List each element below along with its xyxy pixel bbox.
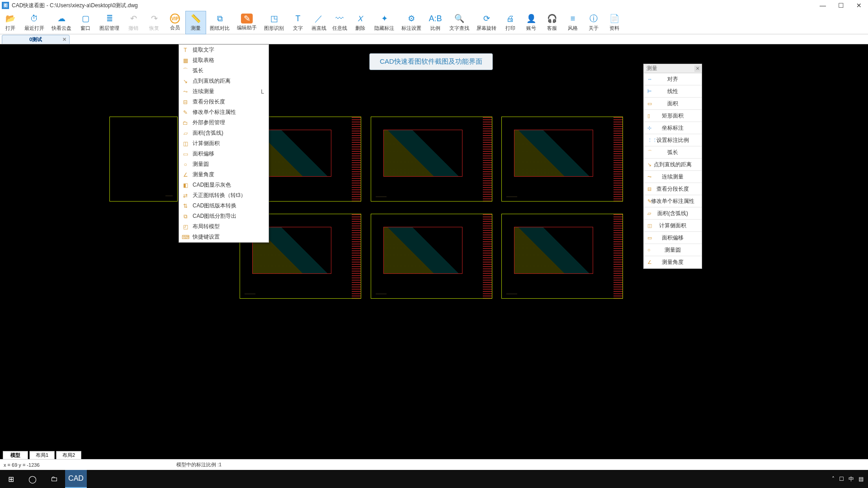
- toolbar-redo-button[interactable]: ↷恢复: [144, 11, 165, 34]
- menu-item[interactable]: ○测量圆: [179, 159, 269, 169]
- menu-item-label: 天正图纸转换（转t3）: [193, 192, 246, 199]
- toolbar-line-button[interactable]: ／画直线: [308, 11, 329, 34]
- menu-item[interactable]: ✎修改单个标注属性: [179, 107, 269, 117]
- panel-item[interactable]: ✎修改单个标注属性: [644, 195, 702, 207]
- menu-item[interactable]: T提取文字: [179, 45, 269, 55]
- panel-item-icon: ▭: [647, 101, 652, 107]
- toolbar-docs-button[interactable]: 📄资料: [604, 11, 625, 34]
- panel-item[interactable]: ▯矩形面积: [644, 110, 702, 122]
- toolbar-style-button[interactable]: ≡风格: [562, 11, 583, 34]
- document-tab[interactable]: 0测试 ✕: [2, 35, 70, 44]
- toolbar-support-button[interactable]: 🎧客服: [542, 11, 562, 34]
- panel-item[interactable]: ⊢线性: [644, 85, 702, 98]
- menu-item[interactable]: ▦提取表格: [179, 55, 269, 66]
- panel-item[interactable]: ▭面积偏移: [644, 232, 702, 244]
- panel-item[interactable]: ⤳连续测量: [644, 171, 702, 183]
- menu-item[interactable]: ◧CAD图显示灰色: [179, 180, 269, 190]
- toolbar-rotate-button[interactable]: ⟳屏幕旋转: [473, 11, 500, 34]
- menu-item[interactable]: ∠测量角度: [179, 169, 269, 180]
- panel-item[interactable]: ∠测量角度: [644, 256, 702, 268]
- panel-item-label: 查看分段长度: [656, 185, 689, 193]
- toolbar-undo-button[interactable]: ↶撤销: [123, 11, 144, 34]
- close-tab-icon[interactable]: ✕: [62, 37, 66, 42]
- panel-item[interactable]: ◫计算侧面积: [644, 220, 702, 232]
- menu-item[interactable]: ▱面积(含弧线): [179, 128, 269, 138]
- menu-item-label: 面积(含弧线): [193, 129, 223, 137]
- panel-item[interactable]: ⌒弧长: [644, 146, 702, 159]
- ime-icon[interactable]: ☐: [839, 476, 844, 482]
- toolbar-text-button[interactable]: T文字: [288, 11, 308, 34]
- panel-item[interactable]: ▱面积(含弧线): [644, 207, 702, 220]
- drawing-thumb[interactable]: ———: [501, 214, 623, 299]
- toolbar-delete-button[interactable]: 𝘟删除: [350, 11, 371, 34]
- layout-tab[interactable]: 模型: [3, 451, 28, 459]
- drawing-thumb[interactable]: ———: [371, 214, 492, 299]
- drawing-thumb[interactable]: ———: [371, 117, 492, 202]
- panel-item[interactable]: ↔对齐: [644, 73, 702, 85]
- close-button[interactable]: ✕: [850, 0, 868, 11]
- menu-item[interactable]: ⌨快捷键设置: [179, 232, 269, 242]
- start-button[interactable]: ⊞: [0, 470, 22, 488]
- status-bar: x = 69 y = -1236 模型中的标注比例 :1: [0, 459, 868, 470]
- toolbar-markset-button[interactable]: ⚙标注设置: [398, 11, 425, 34]
- panel-item-icon: ∠: [647, 259, 652, 265]
- menu-item-label: 点到直线的距离: [193, 77, 231, 85]
- drawing-thumb[interactable]: ——: [109, 117, 178, 202]
- panel-item[interactable]: ⊹坐标标注: [644, 122, 702, 134]
- menu-item[interactable]: ◫计算侧面积: [179, 138, 269, 149]
- vip-icon: VIP: [170, 14, 180, 23]
- maximize-button[interactable]: ☐: [832, 0, 850, 11]
- toolbar-print-button[interactable]: 🖨打印: [500, 11, 521, 34]
- ime-lang-icon[interactable]: 中: [849, 475, 854, 483]
- toolbar-editor-button[interactable]: ✎编辑助手: [233, 11, 260, 34]
- menu-item[interactable]: ↘点到直线的距离: [179, 76, 269, 86]
- menu-item[interactable]: ⧉CAD图纸分割导出: [179, 211, 269, 221]
- layout-tab[interactable]: 布局2: [56, 451, 81, 459]
- menu-item[interactable]: 🗀外部参照管理: [179, 117, 269, 128]
- toolbar-ratio-button[interactable]: A:B比例: [425, 11, 446, 34]
- action-center-icon[interactable]: ▤: [859, 476, 863, 482]
- toolbar-vip-button[interactable]: VIP会员: [165, 11, 185, 34]
- panel-item[interactable]: ↘点到直线的距离: [644, 159, 702, 171]
- menu-item[interactable]: ⇄天正图纸转换（转t3）: [179, 190, 269, 201]
- drawing-canvas[interactable]: CAD快速看图软件截图及功能界面 —— ——— ——— ——— ——— ——— …: [0, 44, 868, 467]
- menu-item[interactable]: ⊟查看分段长度: [179, 97, 269, 107]
- toolbar-about-button[interactable]: ⓘ关于: [583, 11, 604, 34]
- menu-item[interactable]: ▭面积偏移: [179, 149, 269, 159]
- explorer-button[interactable]: 🗀: [43, 470, 65, 488]
- panel-item-label: 线性: [667, 88, 678, 95]
- panel-item-label: 计算侧面积: [659, 222, 686, 230]
- panel-item[interactable]: ▭面积: [644, 98, 702, 110]
- toolbar-layer-button[interactable]: ≣图层管理: [96, 11, 123, 34]
- system-tray: ˄ ☐ 中 ▤: [832, 475, 868, 483]
- tray-chevron-icon[interactable]: ˄: [832, 476, 835, 482]
- minimize-button[interactable]: —: [814, 0, 832, 11]
- markset-icon: ⚙: [406, 13, 417, 24]
- toolbar-shape-button[interactable]: ◳图形识别: [260, 11, 288, 34]
- toolbar-window-button[interactable]: ▢窗口: [75, 11, 96, 34]
- toolbar-cloud-button[interactable]: ☁快看云盘: [48, 11, 75, 34]
- menu-item[interactable]: ◰布局转模型: [179, 221, 269, 232]
- menu-item[interactable]: ⇅CAD图纸版本转换: [179, 201, 269, 211]
- panel-item-icon: ⌒: [647, 149, 652, 156]
- panel-close-icon[interactable]: ✕: [694, 66, 701, 72]
- panel-item-icon: ⊟: [647, 186, 651, 192]
- toolbar-findtext-button[interactable]: 🔍文字查找: [446, 11, 473, 34]
- toolbar-measure-button[interactable]: 📏测量: [185, 11, 206, 34]
- toolbar-freeline-button[interactable]: 〰任意线: [329, 11, 350, 34]
- toolbar-recent-button[interactable]: ⏱最近打开: [21, 11, 48, 34]
- document-tab-label: 0测试: [29, 36, 42, 43]
- cad-app-taskbar-button[interactable]: CAD: [65, 470, 87, 488]
- panel-item[interactable]: ○测量圆: [644, 244, 702, 256]
- menu-item[interactable]: ⌒弧长: [179, 66, 269, 76]
- toolbar-hidemark-button[interactable]: ✦隐藏标注: [371, 11, 398, 34]
- panel-item[interactable]: ⋮⋮设置标注比例: [644, 134, 702, 146]
- cortana-button[interactable]: ◯: [22, 470, 43, 488]
- toolbar-open-button[interactable]: 📂打开: [0, 11, 21, 34]
- menu-item[interactable]: ⤳连续测量L: [179, 86, 269, 97]
- toolbar-compare-button[interactable]: ⧉图纸对比: [206, 11, 233, 34]
- layout-tab[interactable]: 布局1: [29, 451, 55, 459]
- panel-item[interactable]: ⊟查看分段长度: [644, 183, 702, 195]
- drawing-thumb[interactable]: ———: [501, 117, 623, 202]
- toolbar-account-button[interactable]: 👤账号: [521, 11, 542, 34]
